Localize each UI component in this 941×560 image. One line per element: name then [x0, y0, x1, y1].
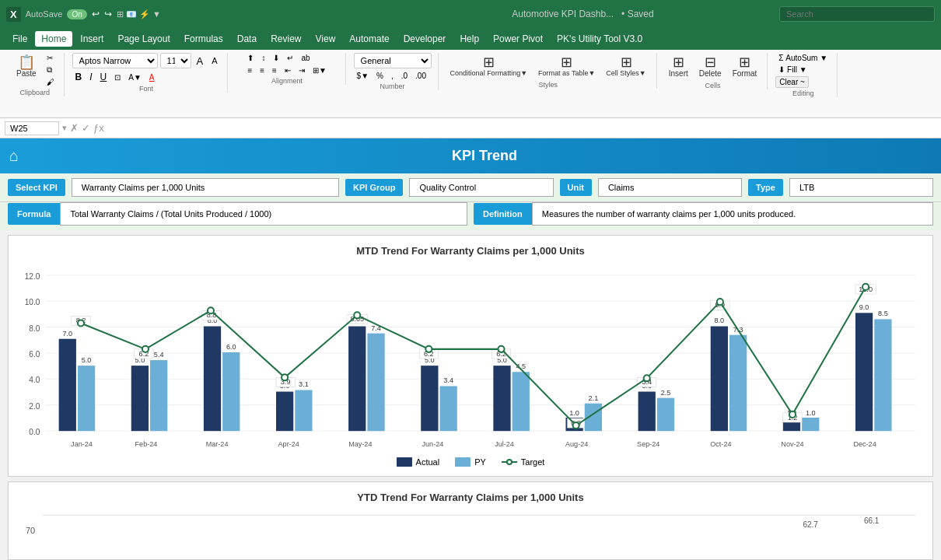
menu-help[interactable]: Help [453, 31, 485, 47]
menu-view[interactable]: View [310, 31, 342, 47]
orientation-button[interactable]: ab [298, 53, 313, 63]
clear-button[interactable]: Clear ~ [775, 76, 809, 88]
delete-cells-button[interactable]: ⊟ Delete [695, 53, 726, 80]
menu-page-layout[interactable]: Page Layout [111, 31, 176, 47]
legend-py-label: PY [474, 457, 486, 467]
format-as-table-button[interactable]: ⊞ Format as Table▼ [534, 53, 599, 79]
cut-button[interactable]: ✂ [44, 53, 58, 63]
italic-button[interactable]: I [86, 71, 95, 83]
unit-value[interactable]: Claims [598, 178, 742, 197]
increase-indent-button[interactable]: ⇥ [296, 65, 308, 75]
ribbon-group-styles: ⊞ Conditional Formatting▼ ⊞ Format as Ta… [440, 53, 657, 89]
svg-text:Nov-24: Nov-24 [781, 440, 803, 448]
kpi-group-value[interactable]: Quality Control [409, 178, 553, 197]
svg-text:Jan-24: Jan-24 [71, 440, 93, 448]
underline-button[interactable]: U [97, 71, 110, 83]
align-bottom-button[interactable]: ⬇ [270, 53, 282, 63]
bar-py-apr [295, 390, 312, 431]
bar-actual-feb [131, 366, 149, 431]
bar-actual-dec [855, 313, 873, 431]
menu-home[interactable]: Home [35, 31, 72, 47]
mtd-chart-container: MTD Trend For Warranty Claims per 1,000 … [8, 235, 933, 477]
svg-text:6.0: 6.0 [226, 343, 236, 351]
svg-text:2.0: 2.0 [29, 402, 40, 411]
formula-bar: ▾ ✗ ✓ ƒx [0, 118, 941, 138]
format-icon: ⊞ [739, 55, 750, 69]
svg-text:May-24: May-24 [348, 440, 372, 448]
formula-input[interactable] [107, 124, 936, 133]
fill-button[interactable]: ⬇ Fill ▼ [775, 65, 831, 75]
font-name-selector[interactable]: Aptos Narrow [72, 53, 158, 68]
menu-automate[interactable]: Automate [343, 31, 395, 47]
cell-styles-button[interactable]: ⊞ Cell Styles▼ [602, 53, 649, 79]
format-painter-button[interactable]: 🖌 [44, 77, 58, 87]
menu-insert[interactable]: Insert [74, 31, 110, 47]
format-cells-button[interactable]: ⊞ Format [729, 53, 761, 80]
chart-legend: Actual PY Target [18, 457, 923, 467]
kpi-value-display[interactable]: Warranty Claims per 1,000 Units [72, 178, 339, 197]
menu-file[interactable]: File [6, 31, 33, 47]
wrap-text-button[interactable]: ↵ [284, 53, 296, 63]
percent-button[interactable]: % [373, 71, 387, 81]
font-size-selector[interactable]: 11 [160, 53, 191, 68]
bar-py-jun [440, 386, 457, 431]
definition-label: Definition [474, 203, 532, 225]
autosave-toggle[interactable]: On [67, 9, 86, 19]
menu-bar: File Home Insert Page Layout Formulas Da… [0, 28, 941, 50]
menu-developer[interactable]: Developer [397, 31, 453, 47]
clipboard-label: Clipboard [20, 89, 51, 96]
menu-formulas[interactable]: Formulas [178, 31, 229, 47]
menu-pk-utility[interactable]: PK's Utility Tool V3.0 [551, 31, 649, 47]
menu-power-pivot[interactable]: Power Pivot [487, 31, 549, 47]
insert-cells-button[interactable]: ⊞ Insert [665, 53, 692, 80]
border-button[interactable]: ⊡ [111, 72, 124, 82]
ribbon-group-alignment: ⬆ ↕ ⬇ ↵ ab ≡ ≡ ≡ ⇤ ⇥ ⊞▼ Alignment [229, 53, 346, 85]
fill-color-button[interactable]: A▼ [125, 72, 145, 82]
undo-icon[interactable]: ↩ [92, 9, 100, 19]
increase-font-button[interactable]: A [194, 54, 207, 68]
ribbon-group-font: Aptos Narrow 11 A A B I U ⊡ A▼ A Font [66, 53, 228, 93]
svg-text:Dec-24: Dec-24 [853, 440, 876, 448]
expand-ref-icon[interactable]: ▾ [62, 123, 67, 133]
mtd-chart-svg: 12.0 10.0 8.0 6.0 4.0 2.0 0.0 7.0 5.0 8.… [18, 264, 923, 451]
legend-py: PY [455, 457, 486, 467]
comma-button[interactable]: , [388, 71, 397, 81]
increase-decimal-button[interactable]: .00 [412, 71, 429, 81]
menu-review[interactable]: Review [264, 31, 307, 47]
home-button[interactable]: ⌂ [0, 138, 28, 173]
autosum-button[interactable]: Σ AutoSum ▼ [775, 53, 831, 63]
redo-icon[interactable]: ↪ [104, 9, 112, 19]
cancel-formula-icon[interactable]: ✗ [70, 122, 79, 134]
bold-button[interactable]: B [72, 71, 86, 83]
align-left-button[interactable]: ≡ [244, 65, 255, 75]
number-format-selector[interactable]: General [354, 53, 432, 68]
decrease-decimal-button[interactable]: .0 [398, 71, 411, 81]
bar-py-sep [657, 398, 674, 432]
align-top-button[interactable]: ⬆ [244, 53, 257, 63]
svg-text:Jun-24: Jun-24 [422, 440, 444, 448]
cell-reference-input[interactable] [5, 121, 59, 135]
bar-py-jan [78, 366, 95, 431]
menu-data[interactable]: Data [231, 31, 263, 47]
ribbon-group-clipboard: 📋 Paste ✂ ⧉ 🖌 Clipboard [6, 53, 65, 96]
align-middle-button[interactable]: ↕ [258, 53, 268, 63]
insert-function-icon[interactable]: ƒx [93, 122, 104, 134]
paste-button[interactable]: 📋 Paste [12, 53, 40, 80]
bar-py-dec [874, 319, 891, 431]
svg-text:10.0: 10.0 [25, 298, 40, 306]
align-right-button[interactable]: ≡ [269, 65, 280, 75]
conditional-formatting-button[interactable]: ⊞ Conditional Formatting▼ [446, 53, 531, 79]
merge-center-button[interactable]: ⊞▼ [310, 65, 330, 75]
decrease-font-button[interactable]: A [208, 55, 220, 66]
currency-button[interactable]: $▼ [354, 71, 372, 81]
search-input[interactable] [779, 6, 935, 22]
font-color-button[interactable]: A [146, 72, 158, 82]
align-center-button[interactable]: ≡ [257, 65, 268, 75]
copy-button[interactable]: ⧉ [44, 65, 58, 75]
legend-actual-label: Actual [416, 457, 440, 467]
editing-label: Editing [792, 89, 814, 97]
svg-text:6.0: 6.0 [29, 350, 40, 359]
decrease-indent-button[interactable]: ⇤ [282, 65, 294, 75]
confirm-formula-icon[interactable]: ✓ [82, 122, 90, 134]
type-value[interactable]: LTB [789, 178, 933, 197]
